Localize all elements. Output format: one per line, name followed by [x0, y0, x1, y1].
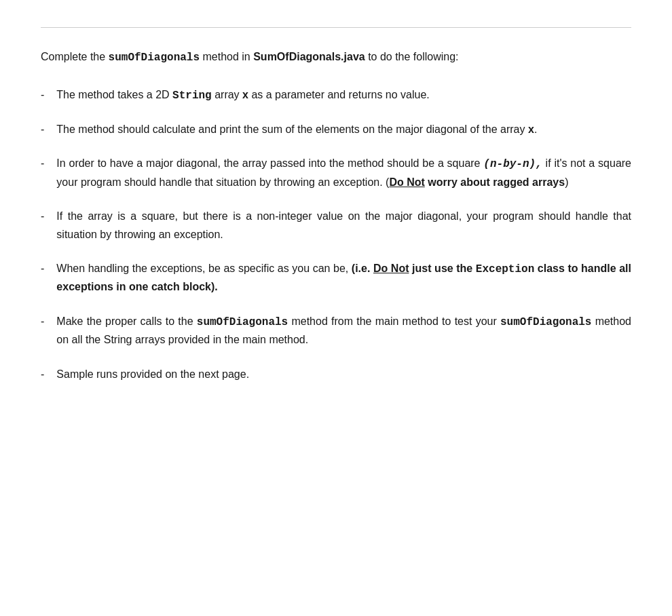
- list-item: - The method takes a 2D String array x a…: [41, 86, 631, 104]
- top-border: [41, 27, 631, 28]
- bullet-list: - The method takes a 2D String array x a…: [41, 86, 631, 383]
- list-item: - When handling the exceptions, be as sp…: [41, 260, 631, 296]
- bullet-dash: -: [41, 313, 44, 330]
- param-x: x: [242, 89, 248, 100]
- method-ref-1: sumOfDiagonals: [197, 316, 288, 328]
- text-node: The method should calculate and print th…: [56, 123, 528, 135]
- bullet-content: If the array is a square, but there is a…: [56, 208, 631, 244]
- text-node: as a parameter and returns no value.: [248, 89, 430, 100]
- bullet-content: The method takes a 2D String array x as …: [56, 86, 631, 104]
- list-item: - The method should calculate and print …: [41, 121, 631, 138]
- text-node: method from the main method to test your: [288, 315, 500, 327]
- page-container: Complete the sumOfDiagonals method in Su…: [41, 27, 631, 383]
- param-x-2: x: [528, 123, 534, 135]
- ie-text: (i.e.: [352, 263, 373, 274]
- intro-prefix: Complete the: [41, 51, 109, 62]
- intro-suffix: to do the following:: [365, 51, 459, 62]
- text-node: ): [565, 176, 568, 188]
- list-item: - In order to have a major diagonal, the…: [41, 155, 631, 191]
- bullet-content: The method should calculate and print th…: [56, 121, 631, 138]
- text-node: In order to have a major diagonal, the a…: [56, 157, 483, 169]
- list-item: - If the array is a square, but there is…: [41, 208, 631, 244]
- bullet-content: Make the proper calls to the sumOfDiagon…: [56, 313, 631, 349]
- text-node: The method takes a 2D: [56, 89, 172, 100]
- bullet-dash: -: [41, 208, 44, 225]
- list-item: - Sample runs provided on the next page.: [41, 366, 631, 383]
- list-item: - Make the proper calls to the sumOfDiag…: [41, 313, 631, 349]
- ragged-text: worry about ragged arrays: [425, 176, 565, 188]
- text-node: Make the proper calls to the: [56, 315, 196, 327]
- method-ref-2: sumOfDiagonals: [500, 316, 591, 328]
- text-node: array: [212, 89, 242, 100]
- n-by-n: (n-by-n),: [483, 158, 542, 170]
- bullet-dash: -: [41, 155, 44, 172]
- bullet-dash: -: [41, 86, 44, 104]
- exception-text: just use the: [409, 263, 476, 274]
- text-node: If the array is a square, but there is a…: [56, 210, 631, 239]
- bullet-content: When handling the exceptions, be as spec…: [56, 260, 631, 296]
- bullet-dash: -: [41, 260, 44, 277]
- file-name: SumOfDiagonals.java: [253, 51, 365, 62]
- exception-class: Exception: [476, 263, 534, 275]
- intro-middle: method in: [200, 51, 253, 62]
- do-not-2: Do Not: [373, 263, 409, 274]
- bullet-dash: -: [41, 121, 44, 138]
- text-node: When handling the exceptions, be as spec…: [56, 263, 352, 274]
- text-node: .: [534, 123, 537, 135]
- do-not-1: Do Not: [389, 176, 424, 188]
- bullet-content: Sample runs provided on the next page.: [56, 366, 631, 383]
- intro-paragraph: Complete the sumOfDiagonals method in Su…: [41, 48, 631, 67]
- string-keyword: String: [172, 90, 212, 102]
- bullet-content: In order to have a major diagonal, the a…: [56, 155, 631, 191]
- text-node: Sample runs provided on the next page.: [56, 368, 249, 380]
- bullet-dash: -: [41, 366, 44, 383]
- method-name: sumOfDiagonals: [109, 52, 200, 64]
